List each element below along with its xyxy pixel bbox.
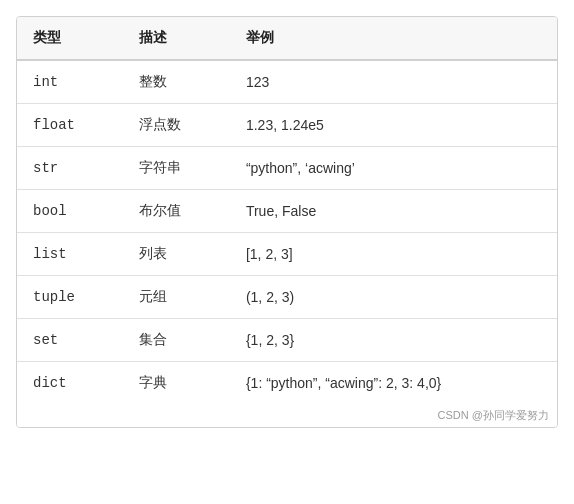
table-header-row: 类型 描述 举例 [17, 17, 557, 60]
cell-example-4: [1, 2, 3] [230, 233, 557, 276]
cell-type-1: float [17, 104, 123, 147]
cell-desc-4: 列表 [123, 233, 229, 276]
cell-desc-3: 布尔值 [123, 190, 229, 233]
cell-type-4: list [17, 233, 123, 276]
cell-desc-5: 元组 [123, 276, 229, 319]
cell-example-3: True, False [230, 190, 557, 233]
cell-example-6: {1, 2, 3} [230, 319, 557, 362]
col-header-type: 类型 [17, 17, 123, 60]
table-row: bool布尔值True, False [17, 190, 557, 233]
table-row: str字符串“python”, ‘acwing’ [17, 147, 557, 190]
cell-desc-2: 字符串 [123, 147, 229, 190]
cell-desc-0: 整数 [123, 60, 229, 104]
cell-example-5: (1, 2, 3) [230, 276, 557, 319]
cell-type-6: set [17, 319, 123, 362]
table-row: int整数123 [17, 60, 557, 104]
cell-type-3: bool [17, 190, 123, 233]
data-types-table: 类型 描述 举例 int整数123float浮点数1.23, 1.24e5str… [16, 16, 558, 428]
cell-desc-1: 浮点数 [123, 104, 229, 147]
cell-desc-7: 字典 [123, 362, 229, 405]
cell-desc-6: 集合 [123, 319, 229, 362]
cell-example-1: 1.23, 1.24e5 [230, 104, 557, 147]
table-row: tuple元组(1, 2, 3) [17, 276, 557, 319]
cell-type-2: str [17, 147, 123, 190]
cell-type-7: dict [17, 362, 123, 405]
cell-example-2: “python”, ‘acwing’ [230, 147, 557, 190]
table-row: dict字典{1: “python”, “acwing”: 2, 3: 4,0} [17, 362, 557, 405]
table-row: set集合{1, 2, 3} [17, 319, 557, 362]
col-header-example: 举例 [230, 17, 557, 60]
cell-example-0: 123 [230, 60, 557, 104]
cell-example-7: {1: “python”, “acwing”: 2, 3: 4,0} [230, 362, 557, 405]
cell-type-5: tuple [17, 276, 123, 319]
table-row: float浮点数1.23, 1.24e5 [17, 104, 557, 147]
col-header-desc: 描述 [123, 17, 229, 60]
cell-type-0: int [17, 60, 123, 104]
watermark: CSDN @孙同学爱努力 [17, 404, 557, 427]
table-row: list列表[1, 2, 3] [17, 233, 557, 276]
